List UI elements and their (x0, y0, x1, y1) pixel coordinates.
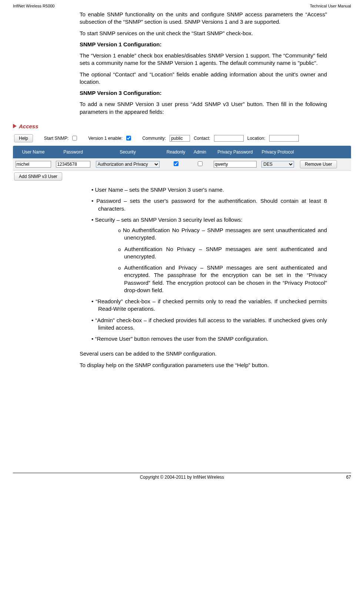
form-row-top: Help Start SNMP: Version 1 enable: Commu… (13, 132, 351, 144)
help-button[interactable]: Help (14, 134, 33, 142)
user-name-input[interactable] (16, 161, 51, 168)
privacy-protocol-select[interactable]: DES (261, 161, 294, 168)
trailing-text: Several users can be added to the SNMP c… (0, 350, 364, 376)
footer-page-number: 67 (336, 475, 351, 480)
access-ui-section: Access Help Start SNMP: Version 1 enable… (0, 123, 364, 186)
community-input[interactable] (170, 135, 190, 142)
privacy-password-input[interactable] (214, 161, 257, 168)
sub-no-auth: No Authentification No Privacy – SNMP me… (98, 227, 327, 242)
trailing-p2: To display help on the SNMP configuratio… (80, 362, 327, 369)
sub-auth-priv: Authentification and Privacy – SNMP mess… (98, 264, 327, 294)
header-right: Technical User Manual (310, 4, 351, 8)
bullet-admin: “Admin” check-box – if checked provides … (80, 317, 327, 332)
snmp-v3-heading: SNMP Version 3 Configuration: (80, 89, 327, 97)
th-admin: Admin (189, 146, 211, 158)
start-snmp-checkbox[interactable] (72, 136, 77, 141)
page-header: InfiNet Wireless R5000 Technical User Ma… (0, 0, 364, 9)
admin-checkbox[interactable] (198, 161, 203, 166)
start-snmp-label: Start SNMP: (44, 136, 69, 141)
th-remove (296, 148, 341, 156)
bullet-list: User Name – sets the SNMP Version 3 user… (0, 186, 364, 350)
add-user-row: Add SNMP v3 User (13, 171, 351, 182)
intro-p3: The “Version 1 enable” check box enables… (80, 52, 327, 67)
access-header: Access (13, 123, 351, 129)
bullet-security: Security – sets an SNMP Version 3 securi… (80, 216, 327, 294)
readonly-checkbox[interactable] (174, 161, 178, 166)
th-privacy-password: Privacy Password (211, 146, 259, 158)
v1-enable-label: Version 1 enable: (88, 136, 123, 141)
access-title: Access (19, 123, 39, 129)
add-snmp-v3-user-button[interactable]: Add SNMP v3 User (14, 172, 62, 181)
collapse-icon[interactable] (13, 124, 17, 128)
footer-left (13, 475, 28, 480)
v1-enable-checkbox[interactable] (126, 136, 131, 141)
community-label: Community: (142, 136, 166, 141)
bullet-password: Password – sets the user's password for … (80, 197, 327, 212)
location-input[interactable] (269, 135, 299, 142)
intro-p5: To add a new SNMP Version 3 user press “… (80, 100, 327, 116)
th-privacy-protocol: Privacy Protocol (259, 146, 296, 158)
contact-label: Contact: (194, 136, 210, 141)
intro-p2: To start SNMP services on the unit check… (80, 30, 327, 37)
bullet-user-name: User Name – sets the SNMP Version 3 user… (80, 186, 327, 194)
th-readonly: Readonly (163, 146, 189, 158)
contact-input[interactable] (214, 135, 244, 142)
intro-p1: To enable SNMP functionality on the unit… (80, 11, 327, 26)
th-password: Password (54, 146, 93, 158)
intro-content: To enable SNMP functionality on the unit… (0, 9, 364, 123)
table-row: Authorization and Privacy DES Remove Use… (13, 158, 351, 171)
trailing-p1: Several users can be added to the SNMP c… (80, 350, 327, 357)
snmp-v1-heading: SNMP Version 1 Configuration: (80, 41, 327, 48)
th-user-name: User Name (13, 146, 54, 158)
th-security: Security (93, 146, 163, 158)
bullet-readonly: “Readonly” check-box – if checked permit… (80, 298, 327, 313)
page-footer: Copyright © 2004-2011 by InfiNet Wireles… (13, 473, 351, 480)
remove-user-button[interactable]: Remove User (300, 160, 337, 168)
bullet-remove-user: “Remove User” button removes the user fr… (80, 335, 327, 343)
header-left: InfiNet Wireless R5000 (13, 4, 55, 8)
table-header: User Name Password Security Readonly Adm… (13, 146, 351, 158)
location-label: Location: (247, 136, 266, 141)
intro-p4: The optional “Contact” and “Location” fi… (80, 71, 327, 86)
security-select[interactable]: Authorization and Privacy (96, 161, 160, 168)
password-input[interactable] (56, 161, 90, 168)
footer-copyright: Copyright © 2004-2011 by InfiNet Wireles… (28, 475, 336, 480)
sub-auth-no-priv: Authentification No Privacy – SNMP messa… (98, 245, 327, 261)
